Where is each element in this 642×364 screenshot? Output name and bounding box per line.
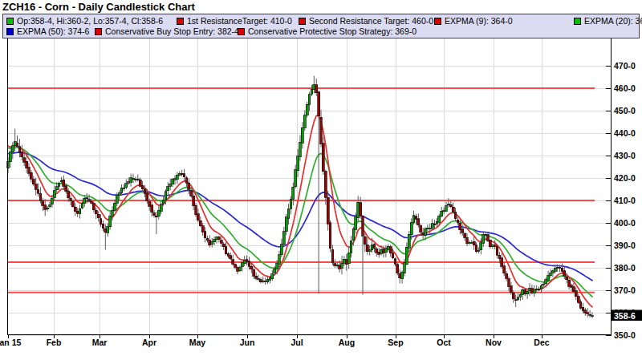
- up-candle: [280, 245, 282, 255]
- up-candle: [311, 89, 313, 94]
- y-axis-label: 470-0: [614, 61, 636, 71]
- up-candle: [14, 142, 16, 146]
- up-candle: [116, 195, 118, 203]
- current-price-label: 358-6: [614, 311, 636, 321]
- up-candle: [477, 250, 480, 251]
- up-candle: [130, 178, 132, 183]
- up-candle: [55, 187, 58, 190]
- down-candle: [201, 226, 204, 233]
- down-candle: [32, 180, 35, 184]
- up-candle: [299, 142, 302, 156]
- down-candle: [26, 161, 28, 168]
- down-candle: [584, 310, 587, 313]
- down-candle: [324, 172, 327, 197]
- down-candle: [329, 223, 331, 249]
- up-candle: [58, 183, 60, 186]
- up-candle: [178, 173, 181, 175]
- y-axis-label: 430-0: [614, 151, 636, 160]
- up-candle: [213, 240, 216, 242]
- down-candle: [204, 232, 206, 238]
- up-candle: [542, 284, 545, 285]
- up-candle: [591, 316, 594, 317]
- up-candle: [128, 182, 130, 184]
- up-candle: [387, 246, 389, 249]
- y-axis-label: 450-0: [614, 106, 636, 115]
- down-candle: [512, 293, 514, 299]
- down-candle: [530, 289, 533, 293]
- y-axis-label: 460-0: [614, 83, 636, 93]
- up-candle: [174, 179, 177, 180]
- down-candle: [422, 233, 425, 234]
- up-candle: [112, 211, 114, 216]
- x-axis-label: Sep: [388, 338, 403, 347]
- up-candle: [491, 245, 494, 246]
- up-candle: [529, 288, 531, 290]
- candlestick-chart[interactable]: 350-0360-0370-0380-0390-0400-0410-0420-0…: [0, 0, 642, 364]
- up-candle: [278, 255, 281, 265]
- down-candle: [63, 180, 65, 186]
- down-candle: [39, 193, 42, 200]
- down-candle: [506, 273, 508, 278]
- down-candle: [92, 204, 95, 210]
- down-candle: [134, 179, 136, 180]
- down-candle: [568, 280, 571, 286]
- down-candle: [589, 314, 591, 315]
- down-candle: [461, 229, 464, 233]
- y-axis-label: 370-0: [614, 285, 636, 295]
- up-candle: [290, 199, 292, 208]
- up-candle: [547, 276, 550, 281]
- down-candle: [331, 249, 334, 263]
- up-candle: [83, 198, 86, 203]
- down-candle: [345, 260, 347, 265]
- up-candle: [425, 229, 427, 235]
- down-candle: [227, 253, 230, 256]
- down-candle: [417, 219, 420, 225]
- down-candle: [503, 266, 506, 273]
- down-candle: [91, 201, 93, 203]
- down-candle: [222, 244, 225, 246]
- up-candle: [412, 216, 415, 223]
- down-candle: [433, 224, 436, 224]
- down-candle: [508, 279, 510, 286]
- up-candle: [350, 241, 352, 253]
- up-candle: [123, 188, 125, 188]
- up-candle: [526, 291, 529, 293]
- down-candle: [141, 185, 144, 189]
- x-axis-label: Jan 15: [0, 338, 21, 347]
- down-candle: [139, 180, 141, 186]
- up-candle: [443, 211, 445, 212]
- down-candle: [587, 313, 589, 314]
- up-candle: [157, 210, 160, 216]
- down-candle: [452, 207, 454, 212]
- up-candle: [169, 184, 172, 186]
- down-candle: [577, 297, 579, 303]
- down-candle: [253, 269, 255, 276]
- down-candle: [514, 300, 517, 301]
- up-candle: [468, 242, 470, 243]
- up-candle: [60, 180, 63, 182]
- down-candle: [88, 200, 91, 200]
- down-candle: [74, 207, 76, 212]
- down-candle: [264, 281, 266, 281]
- up-candle: [405, 247, 408, 264]
- down-candle: [148, 201, 151, 206]
- down-candle: [466, 237, 469, 243]
- x-axis-label: Feb: [47, 338, 62, 347]
- up-candle: [287, 209, 290, 218]
- down-candle: [489, 241, 491, 247]
- down-candle: [475, 245, 477, 252]
- up-candle: [172, 180, 174, 184]
- down-candle: [498, 255, 501, 258]
- down-candle: [232, 260, 234, 264]
- up-candle: [485, 235, 487, 236]
- up-candle: [282, 232, 285, 245]
- up-candle: [336, 265, 339, 266]
- down-candle: [360, 203, 362, 216]
- up-candle: [410, 222, 412, 235]
- up-candle: [429, 229, 431, 229]
- down-candle: [86, 198, 88, 199]
- down-candle: [185, 178, 188, 184]
- y-axis-label: 350-0: [614, 330, 636, 340]
- expma-20-line: [8, 148, 592, 297]
- up-candle: [306, 104, 308, 115]
